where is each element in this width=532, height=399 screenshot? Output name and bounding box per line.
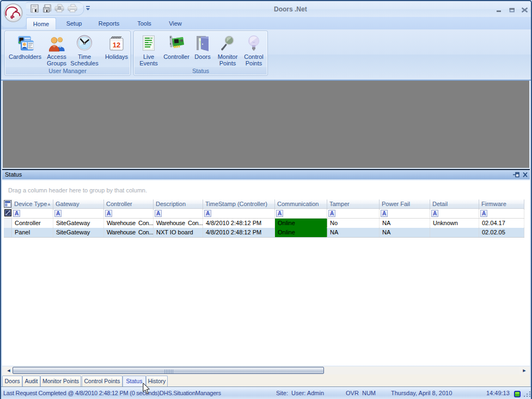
svg-text:12: 12	[113, 41, 120, 49]
